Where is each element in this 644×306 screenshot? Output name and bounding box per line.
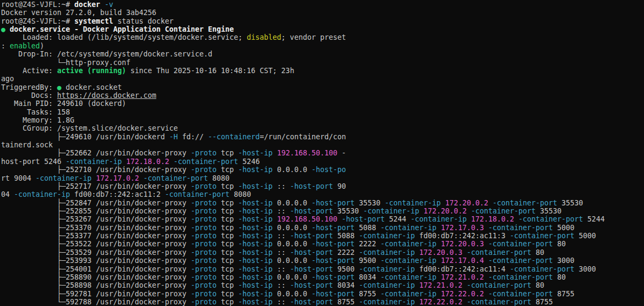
terminal-line: 04 -container-ip fd00:db7::242:ac11:2 -c… xyxy=(1,190,644,198)
terminal-line: ├─253267 /usr/bin/docker-proxy -proto tc… xyxy=(1,215,644,223)
terminal-line: Drop-In: /etc/systemd/system/docker.serv… xyxy=(1,50,644,58)
terminal-line: ├─253377 /usr/bin/docker-proxy -proto tc… xyxy=(1,232,644,240)
status-dot-icon: ● xyxy=(1,25,10,33)
terminal-line: ● docker.service - Docker Application Co… xyxy=(1,25,644,33)
terminal-line: : enabled) xyxy=(1,42,644,50)
terminal-line: Memory: 1.8G xyxy=(1,116,644,124)
terminal-line: ├─253370 /usr/bin/docker-proxy -proto tc… xyxy=(1,224,644,232)
terminal-line: Loaded: loaded (/lib/systemd/system/dock… xyxy=(1,33,644,41)
terminal-line: CGroup: /system.slice/docker.service xyxy=(1,124,644,132)
terminal-line: rt 9004 -container-ip 172.17.0.2 -contai… xyxy=(1,174,644,182)
terminal-line: Docs: https://docs.docker.com xyxy=(1,91,644,99)
terminal-line: tainerd.sock xyxy=(1,141,644,149)
terminal-line: ├─592781 /usr/bin/docker-proxy -proto tc… xyxy=(1,290,644,298)
terminal-line: ├─252847 /usr/bin/docker-proxy -proto tc… xyxy=(1,199,644,207)
terminal-line: host-port 5246 -container-ip 172.18.0.2 … xyxy=(1,158,644,166)
terminal-line: TriggeredBy: ● docker.socket xyxy=(1,83,644,91)
terminal-line: root@Z4S-VJFL:~# docker -v xyxy=(1,1,644,9)
terminal-line: └─http-proxy.conf xyxy=(1,59,644,67)
terminal-line: Tasks: 158 xyxy=(1,108,644,116)
terminal-line: ├─253522 /usr/bin/docker-proxy -proto tc… xyxy=(1,240,644,248)
terminal-line: Main PID: 249610 (dockerd) xyxy=(1,99,644,108)
terminal-line: ├─258890 /usr/bin/docker-proxy -proto tc… xyxy=(1,273,644,281)
terminal-line: Active: active (running) since Thu 2025-… xyxy=(1,67,644,75)
terminal-line: ├─253529 /usr/bin/docker-proxy -proto tc… xyxy=(1,248,644,257)
terminal-line: ├─249610 /usr/bin/dockerd -H fd:// --con… xyxy=(1,133,644,141)
terminal-line: ├─252717 /usr/bin/docker-proxy -proto tc… xyxy=(1,182,644,190)
terminal-line: ago xyxy=(1,75,644,83)
terminal-output[interactable]: root@Z4S-VJFL:~# docker -vDocker version… xyxy=(0,0,644,306)
terminal-line: ├─253993 /usr/bin/docker-proxy -proto tc… xyxy=(1,257,644,265)
terminal-line: Docker version 27.2.0, build 3ab4256 xyxy=(1,9,644,17)
terminal-line: root@Z4S-VJFL:~# systemctl status docker xyxy=(1,17,644,25)
terminal-line: ├─252662 /usr/bin/docker-proxy -proto tc… xyxy=(1,149,644,157)
status-dot-icon: ● xyxy=(57,83,66,91)
terminal-line: ├─258898 /usr/bin/docker-proxy -proto tc… xyxy=(1,281,644,289)
terminal-line: ├─252855 /usr/bin/docker-proxy -proto tc… xyxy=(1,207,644,215)
terminal-line: └─592788 /usr/bin/docker-proxy -proto tc… xyxy=(1,298,644,306)
terminal-line: ├─252710 /usr/bin/docker-proxy -proto tc… xyxy=(1,166,644,174)
terminal-line: ├─254001 /usr/bin/docker-proxy -proto tc… xyxy=(1,265,644,273)
